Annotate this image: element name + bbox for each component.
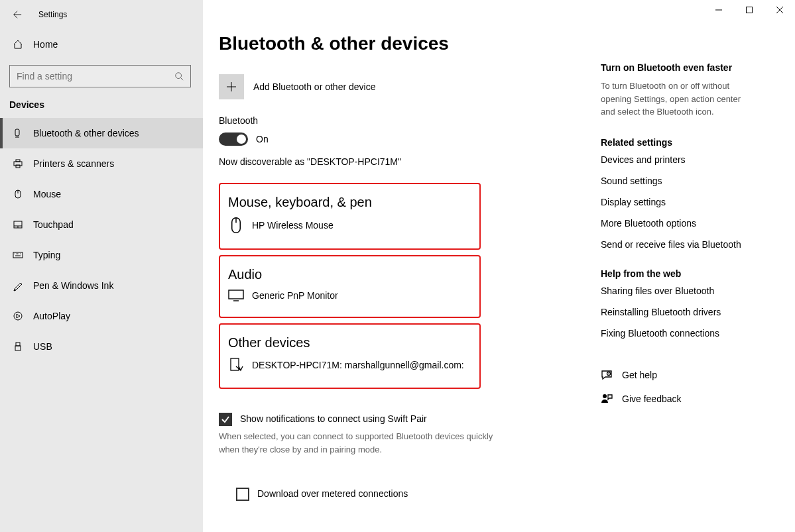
home-label: Home (33, 39, 58, 50)
metered-label: Download over metered connections (257, 488, 408, 499)
titlebar-left: Settings (0, 0, 203, 29)
group-title: Audio (228, 267, 471, 282)
svg-rect-14 (231, 358, 239, 370)
related-links: Devices and printers Sound settings Disp… (601, 154, 752, 250)
sidebar-item-label: Pen & Windows Ink (33, 280, 113, 291)
device-name: Generic PnP Monitor (252, 290, 338, 301)
svg-rect-9 (16, 343, 20, 346)
give-feedback-label: Give feedback (622, 394, 682, 404)
device-item[interactable]: DESKTOP-HPCI71M: marshallgunnell@gmail.c… (228, 357, 471, 373)
give-feedback-link[interactable]: Give feedback (601, 393, 752, 405)
svg-point-8 (14, 312, 22, 320)
link-sound-settings[interactable]: Sound settings (601, 176, 752, 186)
autoplay-icon (12, 311, 24, 321)
monitor-icon (228, 289, 244, 302)
sidebar-item-typing[interactable]: Typing (0, 240, 203, 270)
app-title: Settings (38, 10, 67, 19)
group-other-devices: Other devices DESKTOP-HPCI71M: marshallg… (219, 323, 481, 389)
feedback-icon (601, 393, 613, 405)
section-devices: Devices (0, 95, 203, 118)
sidebar-item-autoplay[interactable]: AutoPlay (0, 301, 203, 331)
bluetooth-heading: Bluetooth (219, 115, 601, 126)
svg-rect-10 (15, 346, 21, 350)
sidebar-item-label: Touchpad (33, 219, 74, 230)
sidebar-item-mouse[interactable]: Mouse (0, 179, 203, 209)
sidebar: Settings Home Devices Bluetooth & other … (0, 0, 203, 532)
device-name: DESKTOP-HPCI71M: marshallgunnell@gmail.c… (252, 360, 464, 370)
bluetooth-state: On (256, 134, 269, 144)
group-audio: Audio Generic PnP Monitor (219, 255, 481, 318)
link-sharing-files[interactable]: Sharing files over Bluetooth (601, 286, 752, 296)
search-input[interactable] (17, 71, 174, 81)
mouse-icon (228, 217, 244, 234)
device-item[interactable]: HP Wireless Mouse (228, 217, 471, 234)
close-button[interactable] (764, 0, 795, 20)
checkbox-unchecked-icon (236, 488, 249, 501)
device-name: HP Wireless Mouse (252, 220, 334, 231)
help-title: Help from the web (601, 268, 752, 279)
sidebar-item-label: Typing (33, 250, 60, 260)
related-title: Related settings (601, 137, 752, 148)
sidebar-item-usb[interactable]: USB (0, 331, 203, 362)
link-display-settings[interactable]: Display settings (601, 197, 752, 207)
touchpad-icon (12, 219, 24, 230)
sidebar-item-label: Mouse (33, 189, 61, 199)
bluetooth-toggle[interactable] (219, 133, 248, 146)
home-nav[interactable]: Home (0, 29, 203, 60)
svg-rect-11 (747, 7, 753, 13)
search-icon (174, 72, 184, 81)
svg-rect-7 (13, 252, 23, 258)
link-reinstalling-drivers[interactable]: Reinstalling Bluetooth drivers (601, 307, 752, 317)
keyboard-icon (12, 250, 24, 260)
checkbox-checked-icon (219, 413, 232, 426)
svg-rect-1 (15, 129, 19, 136)
usb-icon (12, 341, 24, 352)
svg-rect-3 (16, 160, 20, 162)
sidebar-item-pen[interactable]: Pen & Windows Ink (0, 270, 203, 301)
link-fixing-connections[interactable]: Fixing Bluetooth connections (601, 328, 752, 339)
svg-rect-13 (229, 290, 243, 299)
group-mouse-keyboard-pen: Mouse, keyboard, & pen HP Wireless Mouse (219, 183, 481, 250)
link-devices-printers[interactable]: Devices and printers (601, 154, 752, 165)
device-item[interactable]: Generic PnP Monitor (228, 289, 471, 302)
mouse-icon (12, 189, 24, 199)
add-device-label: Add Bluetooth or other device (253, 81, 375, 92)
right-column: Turn on Bluetooth even faster To turn Bl… (601, 0, 765, 532)
sidebar-item-label: Bluetooth & other devices (33, 128, 139, 138)
sidebar-item-touchpad[interactable]: Touchpad (0, 209, 203, 240)
faster-title: Turn on Bluetooth even faster (601, 62, 752, 73)
get-help-link[interactable]: Get help (601, 369, 752, 381)
window-controls (703, 0, 795, 20)
search-box[interactable] (9, 65, 191, 87)
bluetooth-icon (12, 128, 24, 138)
svg-point-16 (603, 394, 607, 398)
swift-pair-desc: When selected, you can connect to suppor… (219, 430, 497, 456)
add-device-button[interactable]: Add Bluetooth or other device (219, 74, 601, 99)
group-title: Mouse, keyboard, & pen (228, 195, 471, 210)
metered-checkbox-row[interactable]: Download over metered connections (236, 488, 601, 501)
printer-icon (12, 158, 24, 169)
sidebar-item-printers[interactable]: Printers & scanners (0, 148, 203, 179)
back-button[interactable] (12, 10, 23, 19)
device-icon (228, 357, 244, 373)
get-help-label: Get help (622, 370, 657, 380)
link-more-bt-options[interactable]: More Bluetooth options (601, 218, 752, 229)
group-title: Other devices (228, 335, 471, 350)
sidebar-item-label: USB (33, 341, 52, 352)
page-title: Bluetooth & other devices (219, 33, 601, 54)
help-links: Sharing files over Bluetooth Reinstallin… (601, 286, 752, 339)
faster-desc: To turn Bluetooth on or off without open… (601, 80, 752, 119)
link-send-receive-files[interactable]: Send or receive files via Bluetooth (601, 239, 752, 250)
swift-pair-label: Show notifications to connect using Swif… (240, 413, 427, 424)
sidebar-item-label: Printers & scanners (33, 158, 114, 169)
svg-point-0 (176, 73, 182, 79)
swift-pair-checkbox-row[interactable]: Show notifications to connect using Swif… (219, 413, 601, 426)
sidebar-item-label: AutoPlay (33, 311, 70, 321)
sidebar-item-bluetooth[interactable]: Bluetooth & other devices (0, 118, 203, 148)
help-chat-icon (601, 369, 613, 381)
pen-icon (12, 280, 24, 291)
content-area: Bluetooth & other devices Add Bluetooth … (203, 0, 601, 532)
minimize-button[interactable] (703, 0, 734, 20)
maximize-button[interactable] (734, 0, 764, 20)
plus-icon (219, 74, 244, 99)
